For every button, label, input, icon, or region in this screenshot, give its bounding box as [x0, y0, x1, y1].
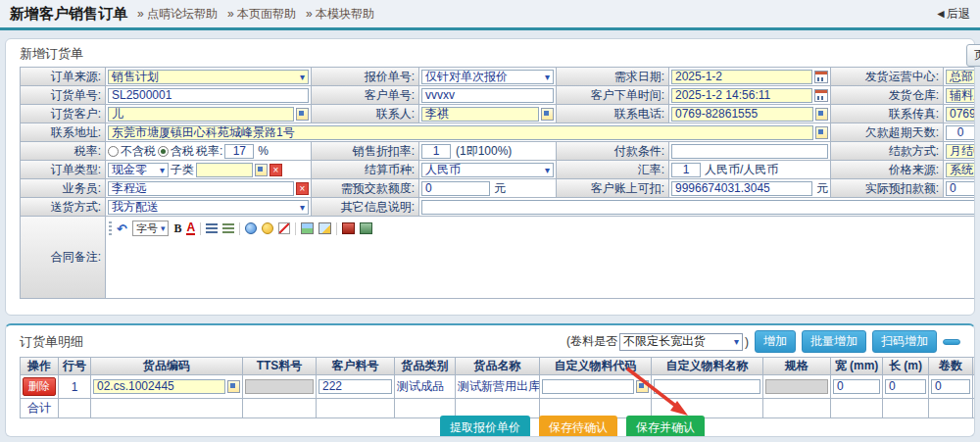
picker-icon[interactable] [815, 126, 828, 139]
col-rolls: 卷数 [929, 358, 973, 375]
picker-icon[interactable] [636, 380, 649, 393]
tax-included-option: 含税 [171, 143, 194, 160]
picker-icon[interactable] [227, 380, 240, 393]
clear-icon[interactable] [270, 164, 282, 176]
order-customer-input[interactable]: 儿 [108, 107, 294, 122]
payment-terms-input[interactable] [671, 144, 828, 159]
ship-warehouse-input[interactable]: 辅料成 [946, 88, 975, 103]
ship-center-input[interactable]: 总部 [946, 70, 975, 84]
list-icon[interactable] [222, 223, 234, 233]
contact-input[interactable]: 李祺 [421, 107, 539, 122]
settle-method-field: 月结6 [944, 142, 975, 161]
quote-no-field: 仅针对单次报价 [419, 68, 557, 86]
insert-media-icon[interactable] [342, 222, 355, 234]
roll-option-prefix: (卷料是否 [566, 333, 617, 350]
col-custom-code: 自定义物料代码 [540, 358, 652, 375]
contract-note-editor[interactable]: ↶ 字号 B A [106, 217, 975, 299]
delete-row-button[interactable]: 删除 [23, 377, 56, 396]
order-form-panel: 新增订货单 订单来源: 销售计划 报价单号: 仅针对单次报价 需求日期: 202… [5, 38, 975, 316]
col-spec: 规格 [763, 358, 831, 375]
back-button[interactable]: ◄后退 [935, 6, 970, 23]
product-code-input[interactable]: 02.cs.1002445 [93, 379, 225, 394]
custom-code-input[interactable] [542, 379, 634, 394]
demand-date-label: 需求日期: [557, 68, 669, 86]
row-custom-name-cell [652, 375, 763, 399]
customer-order-time-input[interactable]: 2025-1-2 14:56:11 [671, 88, 812, 103]
quote-no-select[interactable]: 仅针对单次报价 [421, 70, 554, 84]
add-row-button[interactable]: 增加 [755, 330, 796, 353]
link-icon[interactable] [245, 222, 257, 234]
row-length-cell: 0 [883, 375, 929, 399]
emoticon-icon[interactable] [262, 222, 273, 234]
order-type-select[interactable]: 现金零 [108, 163, 169, 177]
ship-center-field: 总部 [944, 68, 975, 86]
contract-note-content[interactable] [109, 238, 975, 293]
customer-balance-input[interactable]: 9996674031.3045 [671, 181, 812, 196]
tax-included-radio[interactable] [158, 146, 169, 157]
picker-icon[interactable] [296, 108, 309, 121]
overdue-days-input[interactable]: 0 [946, 125, 975, 140]
align-icon[interactable] [206, 223, 218, 233]
cut-off-button[interactable] [943, 339, 960, 345]
batch-add-button[interactable]: 批量增加 [802, 330, 866, 353]
width-input[interactable]: 0 [833, 379, 880, 394]
order-no-input[interactable]: SL2500001 [108, 88, 309, 103]
price-source-input[interactable]: 系统 [946, 163, 975, 177]
settle-method-input[interactable]: 月结6 [946, 144, 975, 159]
delivery-method-select[interactable]: 我方配送 [108, 200, 309, 215]
contact-fax-label: 联系传真: [831, 105, 944, 123]
custom-name-input[interactable] [654, 379, 760, 394]
prepay-quota-input[interactable]: 0 [421, 181, 490, 196]
screenshot-icon[interactable] [360, 222, 372, 234]
roll-option-select[interactable]: 不限定长宽出货 [619, 333, 743, 351]
demand-date-input[interactable]: 2025-1-2 [671, 70, 812, 84]
prepay-quota-label: 需预交款额度: [312, 179, 419, 198]
save-pending-button[interactable]: 保存待确认 [539, 416, 617, 437]
font-size-select[interactable]: 字号 [132, 221, 170, 236]
contact-fax-input[interactable]: 0769- [946, 107, 975, 122]
order-subtype-input[interactable] [196, 163, 253, 177]
order-source-select[interactable]: 销售计划 [108, 70, 309, 84]
discount-input[interactable]: 1 [421, 144, 451, 159]
picker-icon[interactable] [255, 164, 268, 176]
save-confirm-button[interactable]: 保存并确认 [626, 416, 705, 437]
tax-rate-unit: % [258, 144, 269, 158]
customer-order-no-field: vvvxv [419, 86, 557, 105]
clear-icon[interactable] [296, 182, 309, 195]
price-source-field: 系统 [944, 161, 975, 179]
help-link-forum[interactable]: » 点晴论坛帮助 [137, 6, 218, 23]
other-info-input[interactable] [421, 200, 975, 215]
tax-rate-input[interactable]: 17 [224, 144, 254, 159]
page-title: 新增客户销售订单 [10, 5, 127, 24]
toolbar-separator [239, 222, 240, 235]
scan-add-button[interactable]: 扫码增加 [872, 330, 937, 353]
calendar-icon[interactable] [814, 71, 828, 83]
contact-phone-input[interactable]: 0769-82861555 [671, 107, 813, 122]
bold-icon[interactable]: B [173, 221, 181, 236]
picker-icon[interactable] [541, 108, 554, 121]
picker-icon[interactable] [815, 108, 828, 121]
rolls-input[interactable]: 0 [931, 379, 970, 394]
order-detail-panel: 订货单明细 (卷料是否 不限定长宽出货 ) 增加 批量增加 扫码增加 操作 行号… [5, 323, 975, 437]
length-input[interactable]: 0 [885, 379, 926, 394]
settle-currency-select[interactable]: 人民币 [421, 163, 554, 177]
fetch-quote-price-button[interactable]: 提取报价单价 [440, 416, 530, 437]
tax-excluded-radio[interactable] [108, 146, 119, 157]
help-link-page[interactable]: » 本页面帮助 [227, 6, 296, 23]
calendar-icon[interactable] [814, 89, 828, 102]
customer-order-time-field: 2025-1-2 14:56:11 [669, 86, 831, 105]
customer-order-no-input[interactable]: vvvxv [421, 88, 554, 103]
exchange-rate-input[interactable]: 1 [671, 163, 701, 177]
upload-image-icon[interactable] [318, 222, 331, 234]
undo-icon[interactable]: ↶ [117, 221, 127, 236]
help-link-module[interactable]: » 本模块帮助 [306, 6, 374, 23]
contact-address-input[interactable]: 东莞市塘厦镇田心科苑城峰景路1号 [108, 125, 813, 140]
page-corner-button[interactable]: 页 [966, 44, 980, 67]
font-color-icon[interactable]: A [186, 222, 195, 235]
salesman-input[interactable]: 李程远 [108, 181, 294, 196]
edit-note-icon[interactable] [278, 222, 290, 234]
customer-part-no-input[interactable]: 222 [318, 379, 392, 394]
actual-deduction-input[interactable]: 0 [946, 181, 975, 196]
insert-image-icon[interactable] [301, 222, 314, 234]
row-category: 测试成品 [395, 375, 456, 399]
